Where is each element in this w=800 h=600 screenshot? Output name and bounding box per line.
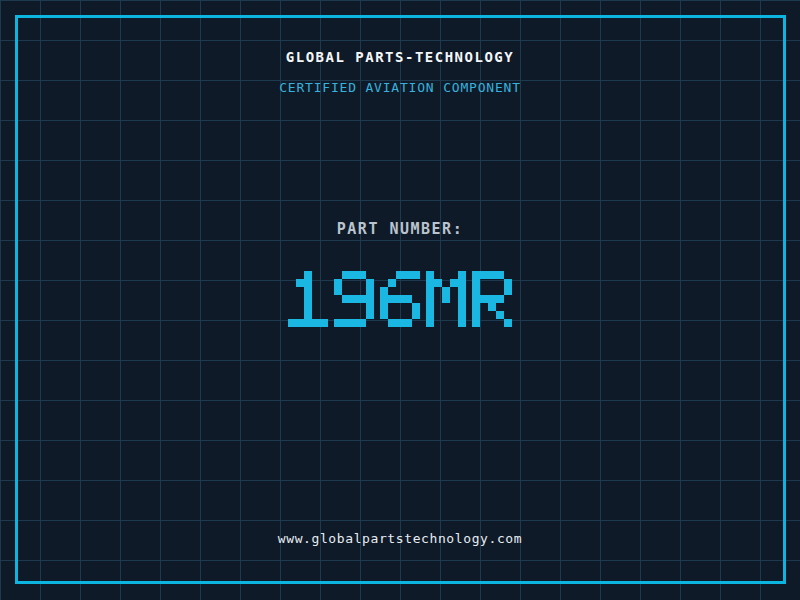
part-number-pixels	[0, 271, 800, 327]
part-number-label: PART NUMBER:	[0, 220, 800, 238]
part-number-display: 196MR	[0, 271, 800, 327]
website-url: www.globalpartstechnology.com	[0, 531, 800, 546]
certification-subtitle: CERTIFIED AVIATION COMPONENT	[0, 80, 800, 95]
blueprint-canvas: GLOBAL PARTS-TECHNOLOGY CERTIFIED AVIATI…	[0, 0, 800, 600]
company-title: GLOBAL PARTS-TECHNOLOGY	[0, 49, 800, 65]
